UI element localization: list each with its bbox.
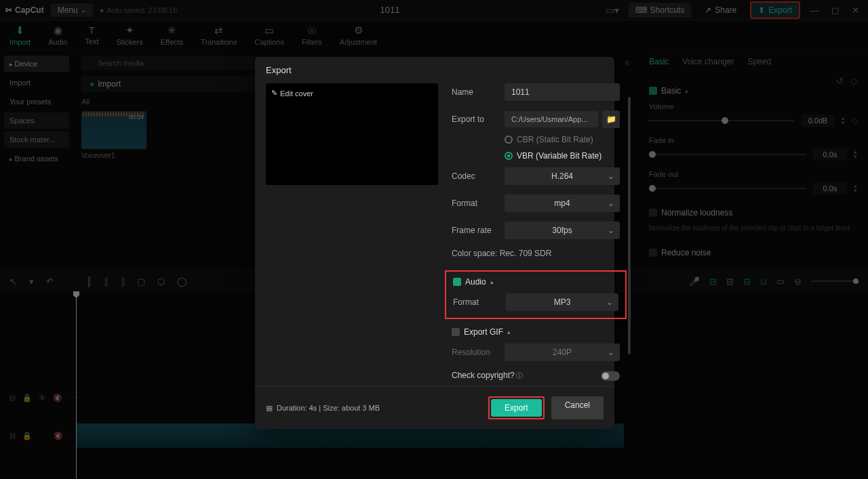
gif-checkbox[interactable] [452, 328, 460, 336]
framerate-select[interactable]: 30fps [505, 222, 620, 239]
audio-format-label: Format [453, 297, 499, 307]
modal-title: Export [255, 57, 614, 83]
gif-res-label: Resolution [452, 348, 498, 357]
export-modal: Export Edit cover Name Export to C:/User… [255, 57, 614, 429]
audio-format-select[interactable]: MP3 [506, 293, 618, 311]
gif-label: Export GIF [464, 327, 503, 337]
export-confirm-button[interactable]: Export [491, 399, 542, 417]
copyright-toggle[interactable] [601, 371, 620, 381]
edit-cover-button[interactable]: Edit cover [271, 89, 313, 98]
copyright-label: Check copyright? [452, 371, 515, 380]
vbr-radio[interactable] [505, 152, 513, 160]
name-input[interactable] [505, 83, 620, 101]
audio-label: Audio [465, 277, 486, 287]
colorspace-label: Color space: Rec. 709 SDR [452, 249, 620, 258]
vbr-label: VBR (Variable Bit Rate) [517, 151, 601, 161]
cbr-label: CBR (Static Bit Rate) [517, 135, 593, 144]
copyright-help-icon[interactable]: ⓘ [515, 372, 524, 379]
name-label: Name [452, 87, 498, 97]
audio-checkbox[interactable] [453, 278, 461, 286]
cbr-radio[interactable] [505, 136, 513, 144]
format-label: Format [452, 199, 498, 208]
exportto-label: Export to [452, 114, 498, 124]
modal-scrollbar[interactable] [628, 97, 631, 354]
export-info: Duration: 4s | Size: about 3 MB [266, 404, 380, 413]
codec-label: Codec [452, 171, 498, 181]
audio-caret-icon[interactable]: ▴ [490, 278, 494, 285]
browse-folder-icon[interactable]: 📁 [602, 110, 620, 128]
format-select[interactable]: mp4 [505, 194, 620, 212]
gif-res-select[interactable]: 240P [505, 343, 620, 361]
cancel-button[interactable]: Cancel [551, 396, 604, 419]
framerate-label: Frame rate [452, 226, 498, 235]
exportto-path: C:/Users/Usman/App... [505, 111, 598, 127]
gif-caret-icon[interactable]: ▴ [507, 329, 511, 335]
cover-preview[interactable]: Edit cover [266, 83, 438, 185]
codec-select[interactable]: H.264 [505, 167, 620, 185]
